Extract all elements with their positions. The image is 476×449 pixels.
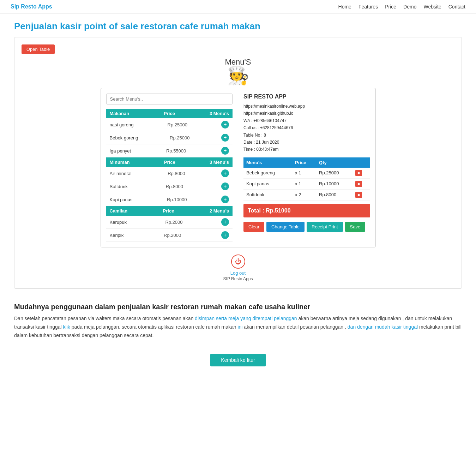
open-table-button[interactable]: Open Table (22, 44, 55, 54)
nav-home[interactable]: Home (338, 4, 351, 10)
item-price: Rp.55000 (166, 148, 186, 154)
item-name: Kopi panas (110, 197, 133, 202)
save-button[interactable]: Save (345, 222, 366, 232)
category-makanan-count: 3 Menu's (210, 111, 229, 116)
receipt-title: SIP RESTO APP (243, 94, 370, 100)
add-item-button[interactable]: + (221, 134, 229, 142)
list-item: Kerupuk Rp.2000 + (106, 216, 233, 229)
col-action (353, 157, 370, 168)
list-item: Kopi panas Rp.10000 + (106, 193, 233, 206)
add-item-button[interactable]: + (221, 196, 229, 203)
right-panel: SIP RESTO APP https://mesinkasironline.w… (238, 88, 375, 247)
row-price: Rp.8000 (316, 189, 353, 200)
category-camilan-count: 2 Menu's (210, 208, 229, 214)
item-price: Rp.25000 (168, 122, 187, 127)
list-item: Keripik Rp.2000 + (106, 229, 233, 242)
item-name: Keripik (110, 233, 124, 238)
category-minuman-price: Price (164, 160, 175, 165)
nav-contact[interactable]: Contact (448, 4, 465, 10)
search-input[interactable] (106, 94, 233, 104)
item-price: Rp.25000 (170, 135, 189, 140)
receipt-date: Date : 21 Jun 2020 (243, 139, 370, 146)
action-buttons: Clear Change Table Receipt Print Save (243, 222, 370, 232)
add-item-button[interactable]: + (221, 218, 229, 226)
remove-item-button[interactable]: ■ (355, 192, 362, 198)
total-value: Rp.51000 (266, 208, 290, 214)
remove-item-button[interactable]: ■ (355, 181, 362, 187)
main-section: Penjualan kasir point of sale restoran c… (0, 14, 476, 296)
row-qty: x 1 (292, 168, 316, 179)
navbar: Sip Resto Apps Home Features Price Demo … (0, 0, 476, 14)
item-name: nasi goreng (110, 122, 134, 127)
item-name: Bebek goreng (110, 135, 138, 140)
add-item-button[interactable]: + (221, 169, 229, 177)
row-name: Softdrink (243, 189, 292, 200)
category-camilan-header: Camilan Price 2 Menu's (106, 206, 233, 216)
nav-features[interactable]: Features (358, 4, 378, 10)
description-text: Dan setelah pencatatan pesanan via waite… (14, 315, 462, 340)
item-name: Air mineral (110, 171, 132, 176)
receipt-table: Table No : 8 (243, 132, 370, 139)
item-price: Rp.2000 (164, 233, 181, 238)
row-name: Kopi panas (243, 178, 292, 189)
change-table-button[interactable]: Change Table (266, 222, 305, 232)
category-minuman-count: 3 Menu's (210, 160, 229, 165)
receipt-print-button[interactable]: Receipt Print (307, 222, 343, 232)
item-price: Rp.10000 (167, 197, 187, 202)
col-qty: Qty (316, 157, 353, 168)
add-item-button[interactable]: + (221, 121, 229, 128)
category-makanan-price: Price (164, 111, 175, 116)
kembali-button[interactable]: Kembali ke fitur (210, 354, 265, 366)
col-menu: Menu's (243, 157, 292, 168)
menu-title-area: Menu'S 🧑‍🍳 (22, 58, 454, 84)
receipt-url1: https://mesinkasironline.web.app (243, 103, 370, 110)
list-item: nasi goreng Rp.25000 + (106, 118, 233, 131)
highlight-dan: dan dengan mudah kasir tinggal (348, 324, 418, 330)
item-name: Softdrink (110, 184, 128, 189)
logout-label: Log out (22, 270, 454, 276)
row-remove: ■ (353, 178, 370, 189)
item-price: Rp.8000 (168, 171, 185, 176)
page-title: Penjualan kasir point of sale restoran c… (14, 21, 462, 32)
order-table: Menu's Price Qty Bebek goreng x 1 Rp.250… (243, 157, 370, 200)
category-camilan-label: Camilan (110, 208, 128, 214)
category-minuman-label: Minuman (110, 160, 130, 165)
nav-demo[interactable]: Demo (403, 4, 416, 10)
chef-icon: 🧑‍🍳 (22, 67, 454, 84)
clear-button[interactable]: Clear (243, 222, 264, 232)
nav-price[interactable]: Price (385, 4, 396, 10)
add-item-button[interactable]: + (221, 182, 229, 190)
highlight-klik: klik (63, 324, 70, 330)
add-item-button[interactable]: + (221, 231, 229, 239)
category-makanan-header: Makanan Price 3 Menu's (106, 109, 233, 118)
category-makanan-label: Makanan (110, 111, 129, 116)
table-row: Bebek goreng x 1 Rp.25000 ■ (243, 168, 370, 179)
list-item: Iga penyet Rp.55000 + (106, 144, 233, 157)
item-price: Rp.2000 (165, 220, 182, 225)
row-remove: ■ (353, 168, 370, 179)
row-qty: x 1 (292, 178, 316, 189)
inner-card: Makanan Price 3 Menu's nasi goreng Rp.25… (101, 88, 376, 247)
row-price: Rp.10000 (316, 178, 353, 189)
receipt-url2: https://mesinkasir.github.io (243, 110, 370, 117)
remove-item-button[interactable]: ■ (355, 170, 362, 176)
receipt-wa: WA : +6285646104747 (243, 117, 370, 124)
col-price: Price (292, 157, 316, 168)
list-item: Softdrink Rp.8000 + (106, 180, 233, 193)
nav-website[interactable]: Website (423, 4, 441, 10)
receipt-time: Time : 03:43:47am (243, 146, 370, 153)
list-item: Air mineral Rp.8000 + (106, 167, 233, 180)
logout-button[interactable]: ⏻ (231, 255, 245, 269)
receipt-info: https://mesinkasironline.web.app https:/… (243, 103, 370, 153)
row-price: Rp.25000 (316, 168, 353, 179)
table-row: Kopi panas x 1 Rp.10000 ■ (243, 178, 370, 189)
logout-area: ⏻ Log out SIP Resto Apps (22, 255, 454, 281)
receipt-call: Call us : +6281259444676 (243, 124, 370, 131)
row-qty: x 2 (292, 189, 316, 200)
description-title: Mudahnya penggunaan dalam penjualan kasi… (14, 303, 462, 311)
add-item-button[interactable]: + (221, 147, 229, 155)
total-row: Total : Rp.51000 (243, 204, 370, 217)
nav-links: Home Features Price Demo Website Contact (338, 4, 465, 10)
sip-label: SIP Resto Apps (22, 276, 454, 281)
app-window: Open Table Menu'S 🧑‍🍳 Makanan Price 3 Me… (14, 37, 462, 289)
